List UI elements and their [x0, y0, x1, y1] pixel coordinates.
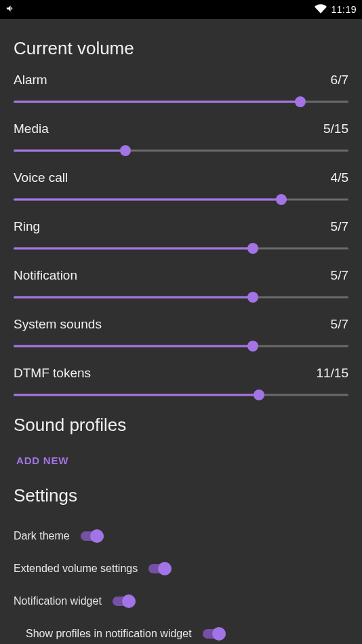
switch-thumb	[122, 594, 136, 608]
slider-value: 5/7	[331, 219, 348, 234]
slider-value: 5/15	[323, 121, 348, 136]
section-title-current-volume: Current volume	[14, 38, 348, 59]
slider-thumb[interactable]	[247, 341, 258, 352]
slider-thumb[interactable]	[120, 145, 131, 156]
slider-value: 5/7	[331, 268, 348, 283]
section-title-settings: Settings	[14, 485, 348, 506]
slider-voice-call: Voice call4/5	[14, 170, 348, 204]
slider-track[interactable]	[14, 390, 348, 400]
switch-thumb	[212, 627, 226, 641]
slider-label: Media	[14, 121, 49, 136]
toggle-switch[interactable]	[148, 562, 172, 575]
slider-track[interactable]	[14, 292, 348, 302]
slider-track[interactable]	[14, 146, 348, 155]
volume-icon	[5, 3, 16, 16]
slider-thumb[interactable]	[247, 243, 258, 254]
slider-media: Media5/15	[14, 121, 348, 155]
slider-alarm: Alarm6/7	[14, 73, 348, 107]
toggle-label: Show profiles in notification widget	[26, 628, 192, 640]
status-clock: 11:19	[331, 4, 357, 15]
wifi-icon	[315, 3, 327, 17]
toggle-switch[interactable]	[113, 594, 136, 608]
slider-label: Alarm	[14, 73, 47, 88]
toggle-label: Extended volume settings	[14, 563, 138, 575]
section-title-sound-profiles: Sound profiles	[14, 415, 348, 436]
toggle-row-show-profiles-in-notification-widget: Show profiles in notification widget	[14, 618, 348, 644]
slider-notification: Notification5/7	[14, 268, 348, 302]
switch-thumb	[158, 562, 172, 575]
slider-ring: Ring5/7	[14, 219, 348, 253]
slider-thumb[interactable]	[276, 194, 287, 205]
toggle-label: Dark theme	[14, 530, 70, 542]
slider-label: Voice call	[14, 170, 68, 185]
slider-thumb[interactable]	[295, 96, 306, 107]
slider-thumb[interactable]	[247, 292, 258, 303]
slider-label: DTMF tokens	[14, 366, 91, 381]
add-new-button[interactable]: ADD NEW	[14, 449, 71, 472]
slider-thumb[interactable]	[254, 390, 264, 400]
slider-value: 4/5	[331, 170, 348, 185]
slider-value: 11/15	[316, 366, 348, 381]
slider-dtmf-tokens: DTMF tokens11/15	[14, 366, 348, 400]
toggle-row-dark-theme: Dark theme	[14, 520, 348, 552]
slider-value: 5/7	[331, 317, 348, 332]
toggle-label: Notification widget	[14, 595, 102, 607]
toggle-switch[interactable]	[81, 529, 104, 543]
toggle-row-extended-volume-settings: Extended volume settings	[14, 552, 348, 585]
slider-track[interactable]	[14, 97, 348, 107]
slider-track[interactable]	[14, 195, 348, 204]
switch-thumb	[90, 529, 104, 543]
slider-track[interactable]	[14, 341, 348, 351]
slider-track[interactable]	[14, 244, 348, 253]
slider-label: System sounds	[14, 317, 102, 332]
slider-label: Ring	[14, 219, 40, 234]
slider-system-sounds: System sounds5/7	[14, 317, 348, 351]
status-bar: 11:19	[0, 0, 362, 19]
slider-value: 6/7	[331, 73, 348, 88]
toggle-row-notification-widget: Notification widget	[14, 585, 348, 618]
toggle-switch[interactable]	[203, 627, 226, 641]
slider-label: Notification	[14, 268, 77, 283]
